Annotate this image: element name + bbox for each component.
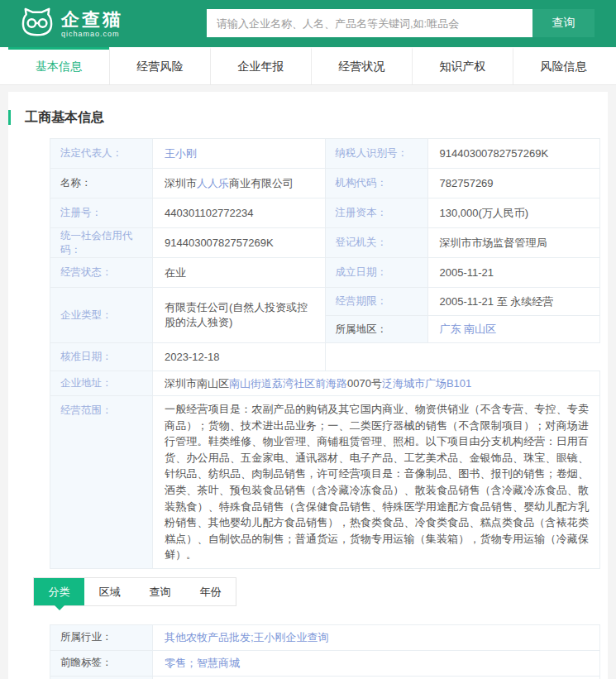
search-button[interactable]: 查询 [532, 9, 595, 37]
search-input[interactable] [207, 9, 532, 37]
row-operation-period: 经营期限： 2005-11-21 至 永续经营 [326, 288, 601, 316]
row-business-scope: 经营范围： 一般经营项目是：农副产品的购销及其它国内商业、物资供销业（不含专营、… [50, 396, 600, 569]
region-link[interactable]: 广东 南山区 [440, 322, 497, 337]
field-value: 在业 [153, 258, 326, 288]
info-right-column: 纳税人识别号： 91440300782757269K 机构代码： 7827572… [326, 139, 601, 371]
field-value: 深圳市市场监督管理局 [428, 228, 601, 258]
field-label: 法定代表人： [50, 139, 153, 169]
field-label: 经营状态： [50, 258, 153, 288]
basic-info-table: 法定代表人： 王小刚 名称： 深圳市人人乐商业有限公司 注册号： 4403011… [50, 138, 600, 371]
row-region: 所属地区： 广东 南山区 [326, 316, 601, 343]
address-street-link[interactable]: 南山街道荔湾社区前海路 [229, 376, 347, 391]
field-label: 机构代码： [326, 169, 428, 198]
field-label: 所属地区： [326, 316, 428, 343]
active-subtab-pointer [55, 605, 64, 610]
row-approval-date: 核准日期： 2023-12-18 [50, 343, 326, 371]
tab-operation-status[interactable]: 经营状况 [311, 47, 412, 84]
field-value: 2005-11-21 [428, 258, 601, 288]
top-header: 企查猫 qichamao.com 查询 [0, 0, 616, 47]
row-industry: 所属行业： 其他农牧产品批发;王小刚企业查询 [50, 625, 599, 651]
field-label: 经营范围： [50, 396, 153, 569]
filter-tab-bar: 分类 区域 查询 年份 [33, 577, 236, 606]
field-label: 注册号： [50, 198, 153, 228]
industry-link[interactable]: 其他农牧产品批发;王小刚企业查询 [165, 630, 329, 645]
qichamao-logo[interactable]: 企查猫 qichamao.com [20, 7, 123, 41]
field-label: 纳税人识别号： [326, 139, 428, 169]
row-company-address: 企业地址： 深圳市南山区南山街道荔湾社区前海路0070号泛海城市广场B101 [50, 371, 600, 396]
field-label: 名称： [50, 169, 153, 198]
address-plaza-link[interactable]: 泛海城市广场B101 [382, 376, 471, 391]
field-label: 登记机关： [326, 228, 428, 258]
field-label: 企业类型： [50, 288, 153, 343]
field-value: 91440300782757269K [153, 228, 326, 258]
field-value: 440301102772234 [153, 198, 326, 228]
row-company-name: 名称： 深圳市人人乐商业有限公司 [50, 169, 326, 198]
page-title: 工商基本信息 [8, 110, 591, 125]
business-info-card: 工商基本信息 法定代表人： 王小刚 名称： 深圳市人人乐商业有限公司 注册号： … [8, 92, 608, 679]
row-taxpayer-id: 纳税人识别号： 91440300782757269K [326, 139, 601, 169]
legal-representative-link[interactable]: 王小刚 [165, 146, 197, 161]
row-registration-number: 注册号： 440301102772234 [50, 198, 326, 228]
address-part: 深圳市南山区 [165, 376, 229, 391]
field-value: 2023-12-18 [153, 343, 326, 371]
tab-intellectual-property[interactable]: 知识产权 [412, 47, 513, 84]
row-company-type: 企业类型： 有限责任公司(自然人投资或控股的法人独资) [50, 288, 326, 343]
company-name-link[interactable]: 人人乐 [197, 176, 229, 191]
row-registration-authority: 登记机关： 深圳市市场监督管理局 [326, 228, 601, 258]
field-value: 2005-11-21 至 永续经营 [428, 288, 601, 316]
logo-domain: qichamao.com [61, 30, 123, 38]
row-registered-capital: 注册资本： 130,000(万人民币) [326, 198, 601, 228]
tab-annual-report[interactable]: 企业年报 [210, 47, 311, 84]
search-bar: 查询 [207, 9, 595, 37]
section-tab-bar: 基本信息 经营风险 企业年报 经营状况 知识产权 风险信息 [0, 47, 616, 85]
field-label: 成立日期： [326, 258, 428, 288]
field-value: 有限责任公司(自然人投资或控股的法人独资) [153, 288, 326, 343]
tab-risk-info[interactable]: 风险信息 [513, 47, 614, 84]
field-value: 91440300782757269K [428, 139, 601, 169]
subtab-label: 分类 [49, 586, 70, 598]
subtab-category[interactable]: 分类 [34, 578, 84, 605]
row-established-date: 成立日期： 2005-11-21 [326, 258, 601, 288]
address-part: 0070号 [347, 376, 382, 391]
field-label: 企业地址： [50, 371, 153, 396]
logo-title: 企查猫 [61, 10, 123, 30]
name-suffix: 商业有限公司 [229, 176, 294, 191]
subtab-region[interactable]: 区域 [84, 578, 135, 605]
subtab-query[interactable]: 查询 [135, 578, 185, 605]
row-operation-state: 经营状态： 在业 [50, 258, 326, 288]
info-left-column: 法定代表人： 王小刚 名称： 深圳市人人乐商业有限公司 注册号： 4403011… [50, 139, 326, 371]
field-label: 核准日期： [50, 343, 153, 371]
field-value: 782757269 [428, 169, 601, 198]
field-label: 所属行业： [50, 625, 153, 650]
field-label: 前瞻标签： [50, 651, 153, 676]
field-label: 注册资本： [326, 198, 428, 228]
field-label: 经营期限： [326, 288, 428, 316]
subtab-year[interactable]: 年份 [185, 578, 236, 605]
tab-operation-risk[interactable]: 经营风险 [109, 47, 210, 84]
tags-table: 所属行业： 其他农牧产品批发;王小刚企业查询 前瞻标签： 零售；智慧商城 展会标… [50, 624, 600, 679]
tab-basic-info[interactable]: 基本信息 [8, 47, 109, 84]
field-value: 130,000(万人民币) [428, 198, 601, 228]
row-org-code: 机构代码： 782757269 [326, 169, 601, 198]
row-legal-representative: 法定代表人： 王小刚 [50, 139, 326, 169]
row-qianzhan-tags: 前瞻标签： 零售；智慧商城 [50, 651, 599, 677]
business-scope-text: 一般经营项目是：农副产品的购销及其它国内商业、物资供销业（不含专营、专控、专卖商… [153, 396, 600, 569]
name-prefix: 深圳市 [165, 176, 197, 191]
cat-logo-icon [20, 7, 55, 41]
row-credit-code: 统一社会信用代码： 91440300782757269K [50, 228, 326, 258]
field-label: 统一社会信用代码： [50, 228, 153, 258]
qianzhan-tags-link[interactable]: 零售；智慧商城 [165, 656, 240, 671]
